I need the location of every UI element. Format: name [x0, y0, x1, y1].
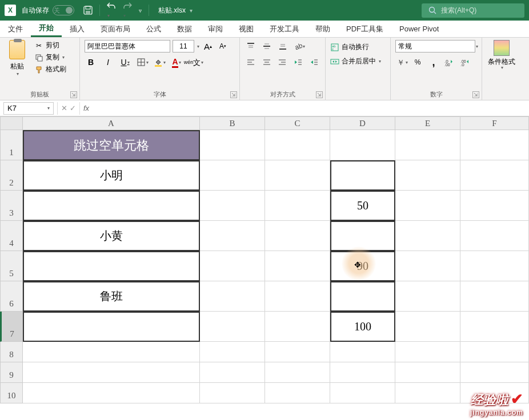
cell-A1[interactable]: 跳过空单元格 [23, 130, 200, 160]
cell-C7[interactable] [265, 312, 330, 342]
cell-A5[interactable] [23, 251, 200, 281]
cell-E2[interactable] [395, 160, 460, 191]
cell-F3[interactable] [460, 191, 529, 221]
row-header-7[interactable]: 7 [0, 312, 23, 342]
cell-C10[interactable] [265, 383, 330, 403]
cell-C5[interactable] [265, 251, 330, 281]
cell-D5[interactable]: 90 [330, 251, 395, 281]
cell-E9[interactable] [395, 362, 460, 383]
cell-E8[interactable] [395, 342, 460, 362]
col-header-C[interactable]: C [265, 116, 330, 130]
cell-B1[interactable] [200, 130, 265, 160]
row-header-10[interactable]: 10 [0, 383, 23, 403]
tab-formulas[interactable]: 公式 [138, 21, 169, 37]
cell-C4[interactable] [265, 221, 330, 251]
comma-format-icon[interactable]: , [427, 56, 440, 68]
cell-C2[interactable] [265, 160, 330, 191]
align-center-icon[interactable] [261, 56, 273, 68]
cell-E4[interactable] [395, 221, 460, 251]
tab-help[interactable]: 帮助 [307, 21, 338, 37]
filename-dropdown-icon[interactable]: ▾ [190, 7, 193, 14]
merge-center-button[interactable]: 合并后居中 ▾ [330, 56, 386, 66]
accounting-format-icon[interactable]: ￥▾ [395, 56, 408, 68]
cell-A9[interactable] [23, 362, 200, 383]
cell-B7[interactable] [200, 312, 265, 342]
cell-E1[interactable] [395, 130, 460, 160]
tab-home[interactable]: 开始 [31, 21, 62, 37]
tab-layout[interactable]: 页面布局 [93, 21, 138, 37]
tab-pdf[interactable]: PDF工具集 [338, 21, 391, 37]
cell-D4[interactable] [330, 221, 395, 251]
col-header-B[interactable]: B [200, 116, 265, 130]
cell-C6[interactable] [265, 281, 330, 312]
cell-A6[interactable]: 鲁班 [23, 281, 200, 312]
col-header-D[interactable]: D [330, 116, 395, 130]
align-bottom-icon[interactable] [276, 40, 289, 52]
save-icon[interactable] [83, 6, 93, 15]
cell-B6[interactable] [200, 281, 265, 312]
align-middle-icon[interactable] [261, 40, 273, 52]
col-header-A[interactable]: A [23, 116, 200, 130]
confirm-formula-icon[interactable]: ✓ [70, 104, 76, 112]
search-box[interactable]: 搜索(Alt+Q) [422, 3, 524, 18]
cell-B3[interactable] [200, 191, 265, 221]
row-header-8[interactable]: 8 [0, 342, 23, 362]
cell-B9[interactable] [200, 362, 265, 383]
cell-F7[interactable] [460, 312, 529, 342]
cell-D2[interactable] [330, 160, 395, 191]
tab-dev[interactable]: 开发工具 [262, 21, 307, 37]
cell-A3[interactable] [23, 191, 200, 221]
font-name-select[interactable] [85, 40, 170, 52]
percent-format-icon[interactable]: % [411, 56, 424, 68]
cut-button[interactable]: ✂ 剪切 [33, 40, 67, 51]
increase-decimal-icon[interactable]: .0.00 [443, 56, 456, 68]
row-header-6[interactable]: 6 [0, 281, 23, 312]
align-top-icon[interactable] [245, 40, 257, 52]
name-box[interactable]: K7 ▾ [3, 102, 54, 115]
cell-D10[interactable] [330, 383, 395, 403]
format-painter-button[interactable]: 格式刷 [33, 64, 67, 75]
cell-D1[interactable] [330, 130, 395, 160]
italic-button[interactable]: I [102, 56, 114, 68]
row-header-5[interactable]: 5 [0, 251, 23, 281]
font-size-select[interactable] [173, 40, 194, 52]
autosave-toggle[interactable]: 自动保存 关 [22, 5, 74, 15]
tab-data[interactable]: 数据 [169, 21, 200, 37]
cell-C1[interactable] [265, 130, 330, 160]
cell-E10[interactable] [395, 383, 460, 403]
chevron-down-icon[interactable]: ▾ [47, 106, 50, 111]
conditional-format-button[interactable]: 条件格式 ▾ [487, 40, 516, 70]
cell-B2[interactable] [200, 160, 265, 191]
toggle-track[interactable]: 关 [53, 5, 74, 15]
tab-view[interactable]: 视图 [231, 21, 262, 37]
decrease-font-icon[interactable]: A▾ [217, 40, 229, 52]
fx-icon[interactable]: fx [80, 104, 93, 112]
border-button[interactable]: ▾ [136, 56, 149, 68]
number-launcher[interactable]: ⇲ [472, 91, 479, 98]
underline-button[interactable]: U▾ [119, 56, 131, 68]
clipboard-launcher[interactable]: ⇲ [70, 91, 77, 98]
tab-file[interactable]: 文件 [0, 21, 31, 37]
cell-B8[interactable] [200, 342, 265, 362]
select-all-corner[interactable] [0, 116, 23, 130]
cell-E3[interactable] [395, 191, 460, 221]
row-header-4[interactable]: 4 [0, 221, 23, 251]
cell-F1[interactable] [460, 130, 529, 160]
cell-B10[interactable] [200, 383, 265, 403]
redo-icon[interactable]: ▾ [123, 2, 132, 19]
tab-insert[interactable]: 插入 [62, 21, 93, 37]
cell-C9[interactable] [265, 362, 330, 383]
cell-A7[interactable] [23, 312, 200, 342]
font-color-button[interactable]: A ▾ [170, 56, 183, 68]
undo-icon[interactable]: ▾ [107, 2, 116, 19]
cell-A10[interactable] [23, 383, 200, 403]
number-format-select[interactable] [395, 40, 475, 52]
row-header-9[interactable]: 9 [0, 362, 23, 383]
tab-review[interactable]: 审阅 [200, 21, 231, 37]
cell-B5[interactable] [200, 251, 265, 281]
orientation-icon[interactable]: ab▾ [292, 40, 305, 52]
cell-B4[interactable] [200, 221, 265, 251]
tab-powerpivot[interactable]: Power Pivot [391, 21, 447, 37]
fill-color-button[interactable]: ▾ [153, 56, 166, 68]
cell-D7[interactable]: 100 [330, 312, 395, 342]
